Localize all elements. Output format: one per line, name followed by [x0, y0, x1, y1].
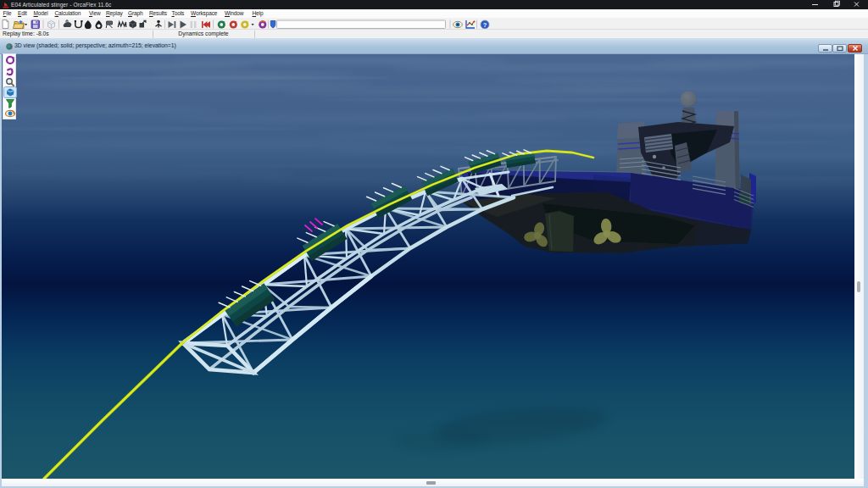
svg-text:?: ? [483, 21, 487, 29]
